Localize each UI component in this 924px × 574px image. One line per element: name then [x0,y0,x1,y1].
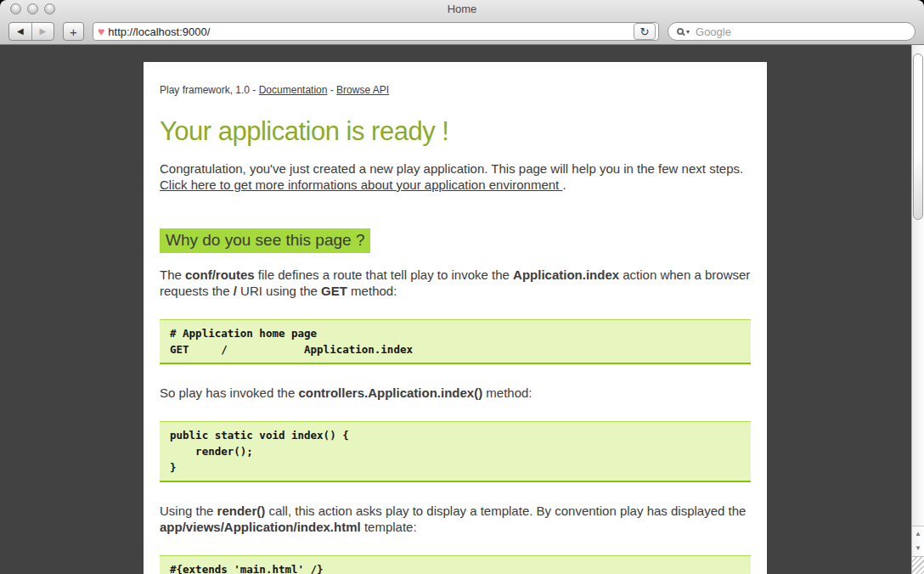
search-placeholder: Google [696,25,731,38]
scroll-down-icon: ▼ [915,544,921,552]
invoked-paragraph: So play has invoked the controllers.Appl… [160,385,751,401]
scroll-up-icon: ▲ [915,530,921,537]
action-code-block: public static void index() { render(); } [160,421,751,482]
search-field[interactable]: ▾ Google [668,22,916,41]
text-segment: Application.index [513,267,619,282]
text-segment: URI using the [237,284,321,298]
back-button[interactable]: ◀ [9,23,32,40]
back-icon: ◀ [17,26,24,36]
traffic-lights [10,3,55,14]
page-title: Your application is ready ! [160,116,750,147]
framework-meta-line: Play framework, 1.0 - Documentation - Br… [160,84,750,96]
template-code-block: #{extends 'main.html' /} #{set title:'Ho… [160,555,751,574]
text-segment: The [160,267,185,282]
routes-code-block: # Application home page GET / Applicatio… [160,319,751,364]
text-segment: - [327,84,336,96]
web-page: Play framework, 1.0 - Documentation - Br… [144,62,767,574]
address-bar[interactable]: ♥ http://localhost:9000/ ↻ [93,22,659,41]
link[interactable]: Documentation [259,84,328,96]
toolbar: ◀ ▶ + ♥ http://localhost:9000/ ↻ ▾ Googl… [0,19,924,44]
forward-icon: ▶ [39,26,46,36]
scrollbar-track[interactable]: ▲ ▼ [911,45,924,574]
browser-window: Home ◀ ▶ + ♥ http://localhost:9000/ ↻ ▾ … [0,0,924,574]
text-segment: method: [347,284,397,298]
window-title: Home [0,0,924,19]
titlebar[interactable]: Home [0,0,924,19]
text-segment: . [562,177,566,192]
search-scope-chevron-icon: ▾ [686,28,690,36]
text-segment: call, this action asks play to display a… [265,504,746,518]
text-segment: Congratulation, you've just created a ne… [160,161,743,176]
address-text: http://localhost:9000/ [108,25,634,38]
forward-button[interactable]: ▶ [32,23,54,40]
text-segment: Using the [160,504,217,518]
text-segment: method: [482,385,532,400]
link[interactable]: Click here to get more informations abou… [160,177,562,192]
history-segmented-control: ◀ ▶ [8,22,54,41]
text-segment: conf/routes [185,267,255,282]
scroll-up-button[interactable]: ▲ [912,526,924,542]
text-segment: So play has invoked the [160,385,298,400]
reload-button[interactable]: ↻ [634,23,656,40]
template-paragraph: Using the render() call, this action ask… [160,503,751,535]
routes-paragraph: The conf/routes file defines a route tha… [160,267,751,299]
text-segment: app/views/Application/index.html [160,520,361,534]
resize-grip[interactable] [912,556,924,574]
zoom-button[interactable] [44,3,55,14]
link[interactable]: Browse API [336,84,389,96]
search-icon [677,28,684,35]
text-segment: render() [217,504,266,518]
viewport: Play framework, 1.0 - Documentation - Br… [0,45,924,574]
section-heading: Why do you see this page ? [160,228,370,253]
text-segment: Play framework, 1.0 - [160,84,259,96]
close-button[interactable] [10,3,21,14]
reload-icon: ↻ [640,25,650,38]
scroll-down-button[interactable]: ▼ [912,542,924,557]
minimize-button[interactable] [27,3,38,14]
text-segment: file defines a route that tell play to i… [255,267,513,282]
scrollbar-thumb[interactable] [913,53,923,220]
scroll-arrow-buttons: ▲ ▼ [912,526,924,556]
text-segment: GET [321,284,347,298]
intro-paragraph: Congratulation, you've just created a ne… [160,160,751,193]
new-tab-button[interactable]: + [63,22,84,41]
heart-favicon-icon: ♥ [98,25,104,37]
plus-icon: + [70,25,77,39]
text-segment: template: [361,520,417,534]
browser-chrome: Home ◀ ▶ + ♥ http://localhost:9000/ ↻ ▾ … [0,0,924,45]
text-segment: controllers.Application.index() [298,385,482,400]
